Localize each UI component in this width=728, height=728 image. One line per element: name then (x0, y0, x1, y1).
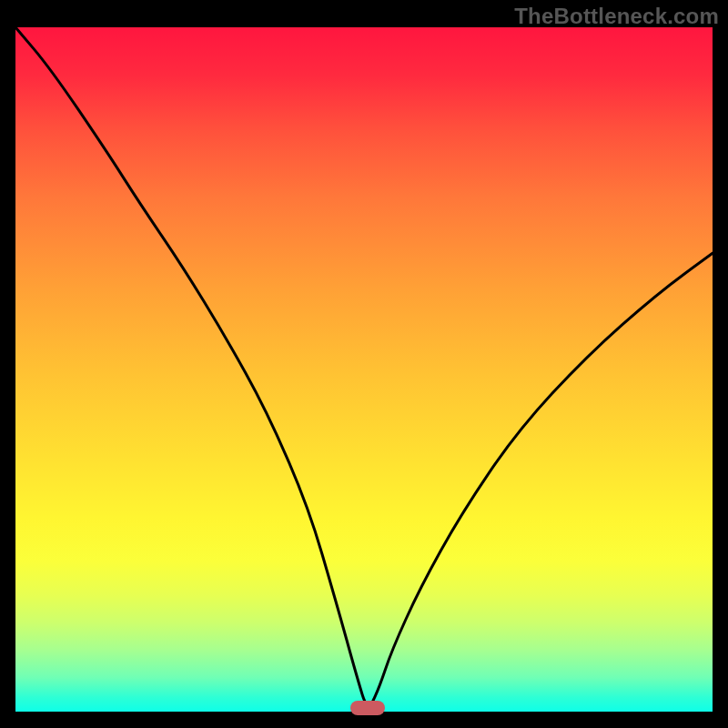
watermark-text: TheBottleneck.com (514, 4, 719, 29)
bottleneck-curve-path (15, 27, 713, 705)
optimal-marker (350, 701, 385, 715)
curve-layer (15, 27, 713, 712)
plot-area (15, 27, 713, 712)
bottleneck-chart: TheBottleneck.com (0, 0, 728, 728)
